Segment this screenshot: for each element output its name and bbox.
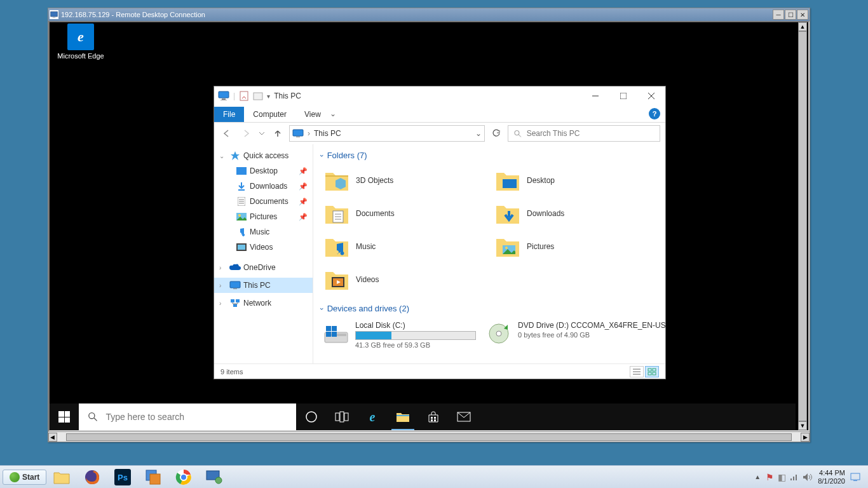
explorer-search-box[interactable] <box>508 125 660 142</box>
scroll-down-arrow-icon[interactable]: ▼ <box>798 421 807 430</box>
pin-icon[interactable]: 📌 <box>299 182 308 191</box>
rdc-vscrollbar[interactable]: ▲ ▼ <box>798 22 807 430</box>
taskbar-store[interactable] <box>418 403 449 430</box>
help-button[interactable]: ? <box>649 108 660 119</box>
nav-back-button[interactable] <box>219 126 234 141</box>
svg-rect-65 <box>434 419 436 421</box>
address-dropdown-icon[interactable]: ⌄ <box>475 129 482 138</box>
desktop-icon-edge[interactable]: e Microsoft Edge <box>57 24 104 60</box>
tray-security-icon[interactable]: ⚑ <box>766 472 774 482</box>
host-taskbar-vmware[interactable] <box>139 468 167 487</box>
rdc-titlebar[interactable]: 192.168.75.129 - Remote Desktop Connecti… <box>48 8 810 21</box>
nav-downloads[interactable]: Downloads📌 <box>214 179 313 194</box>
refresh-button[interactable] <box>489 126 504 141</box>
pin-icon[interactable]: 📌 <box>299 198 308 206</box>
svg-rect-3 <box>222 98 226 100</box>
downloads-icon <box>236 181 247 191</box>
ribbon-expand-icon[interactable]: ⌄ <box>330 109 336 118</box>
nav-documents[interactable]: Documents📌 <box>214 194 313 209</box>
nav-up-button[interactable] <box>270 126 285 141</box>
taskbar-mail[interactable] <box>449 403 479 430</box>
address-bar[interactable]: › This PC ⌄ <box>289 125 485 142</box>
nav-recent-dropdown[interactable] <box>257 126 266 141</box>
folder-documents[interactable]: Documents <box>321 198 487 229</box>
nav-forward-button[interactable] <box>238 126 254 141</box>
scroll-up-arrow-icon[interactable]: ▲ <box>798 22 807 31</box>
taskbar-search-box[interactable] <box>79 403 296 430</box>
properties-icon[interactable] <box>239 91 249 101</box>
host-clock[interactable]: 4:44 PM 8/1/2020 <box>818 469 845 484</box>
drive-local-c[interactable]: Local Disk (C:) 41.3 GB free of 59.3 GB <box>321 318 478 351</box>
clock-time: 4:44 PM <box>818 469 845 477</box>
view-large-icons-button[interactable] <box>645 366 659 377</box>
folder-videos[interactable]: Videos <box>321 264 487 295</box>
ribbon-tabs: File Computer View ⌄ ? <box>214 105 665 123</box>
new-folder-icon[interactable] <box>253 91 263 101</box>
scroll-left-arrow-icon[interactable]: ◀ <box>48 433 57 442</box>
svg-rect-31 <box>503 179 517 188</box>
scroll-thumb[interactable] <box>66 433 792 441</box>
group-folders-header[interactable]: ›Folders (7) <box>321 151 658 160</box>
host-taskbar-rdc[interactable] <box>200 468 228 487</box>
qat-dropdown-icon[interactable]: ▾ <box>267 93 270 100</box>
taskbar-edge[interactable]: e <box>357 403 388 430</box>
breadcrumb-sep-icon[interactable]: › <box>308 129 310 138</box>
host-taskbar-chrome[interactable] <box>170 468 198 487</box>
nav-videos[interactable]: Videos <box>214 240 313 255</box>
ribbon-tab-view[interactable]: View <box>295 107 330 122</box>
rdc-minimize-button[interactable]: ─ <box>773 10 784 20</box>
taskbar-search-input[interactable] <box>105 412 287 422</box>
explorer-minimize-button[interactable] <box>581 86 609 105</box>
taskbar-explorer[interactable] <box>388 403 418 430</box>
host-taskbar-firefox[interactable] <box>78 468 106 487</box>
explorer-titlebar[interactable]: | ▾ This PC <box>214 86 665 105</box>
show-desktop-icon[interactable] <box>850 473 860 482</box>
chevron-down-icon[interactable]: ⌄ <box>219 152 227 159</box>
folder-downloads[interactable]: Downloads <box>492 198 658 229</box>
rdc-hscrollbar[interactable]: ◀ ▶ <box>48 431 810 442</box>
nav-network[interactable]: ›Network <box>214 295 313 311</box>
svg-rect-63 <box>434 417 436 419</box>
group-drives-header[interactable]: ›Devices and drives (2) <box>321 304 658 313</box>
rdc-maximize-button[interactable]: ☐ <box>785 10 796 20</box>
taskbar-cortana[interactable] <box>296 403 327 430</box>
taskbar-taskview[interactable] <box>327 403 357 430</box>
navigation-pane: ⌄ Quick access Desktop📌 Downloads📌 Docum… <box>214 144 313 363</box>
nav-music[interactable]: Music <box>214 224 313 240</box>
host-taskbar-explorer[interactable] <box>48 468 76 487</box>
scroll-right-arrow-icon[interactable]: ▶ <box>801 433 810 442</box>
host-taskbar-photoshop[interactable]: Ps <box>109 468 137 487</box>
nav-this-pc[interactable]: ›This PC <box>214 278 313 293</box>
tray-expand-icon[interactable]: ▲ <box>754 473 761 480</box>
explorer-maximize-button[interactable] <box>609 86 637 105</box>
chevron-right-icon[interactable]: › <box>219 300 227 307</box>
tray-volume-icon[interactable] <box>803 473 813 482</box>
pin-icon[interactable]: 📌 <box>299 167 308 175</box>
host-start-button[interactable]: Start <box>3 470 46 485</box>
explorer-close-button[interactable] <box>637 86 665 105</box>
tray-wifi-icon[interactable] <box>790 473 799 481</box>
explorer-search-input[interactable] <box>527 129 654 138</box>
folder-pictures[interactable]: Pictures <box>492 231 658 262</box>
chevron-right-icon[interactable]: › <box>219 282 227 289</box>
rdc-close-button[interactable]: ✕ <box>797 10 808 20</box>
pin-icon[interactable]: 📌 <box>299 213 308 221</box>
chevron-right-icon[interactable]: › <box>219 264 227 271</box>
breadcrumb-location[interactable]: This PC <box>314 129 341 138</box>
view-details-button[interactable] <box>630 366 644 377</box>
explorer-window: | ▾ This PC File Computer View <box>214 86 666 379</box>
ribbon-tab-computer[interactable]: Computer <box>244 107 295 122</box>
folder-music[interactable]: Music <box>321 231 487 262</box>
remote-desktop[interactable]: e Microsoft Edge | ▾ This PC <box>50 22 796 430</box>
tray-app-icon[interactable]: ◧ <box>778 472 786 482</box>
folder-desktop[interactable]: Desktop <box>492 165 658 196</box>
nav-desktop[interactable]: Desktop📌 <box>214 163 313 179</box>
nav-quick-access[interactable]: ⌄ Quick access <box>214 148 313 163</box>
scroll-thumb[interactable] <box>798 31 807 421</box>
folder-3d-objects[interactable]: 3D Objects <box>321 165 487 196</box>
start-button[interactable] <box>50 403 79 430</box>
nav-pictures[interactable]: Pictures📌 <box>214 209 313 224</box>
drive-dvd-d[interactable]: DVD Drive (D:) CCCOMA_X64FRE_EN-US_DV9 0… <box>484 318 665 351</box>
nav-onedrive[interactable]: ›OneDrive <box>214 260 313 275</box>
ribbon-tab-file[interactable]: File <box>214 107 244 122</box>
